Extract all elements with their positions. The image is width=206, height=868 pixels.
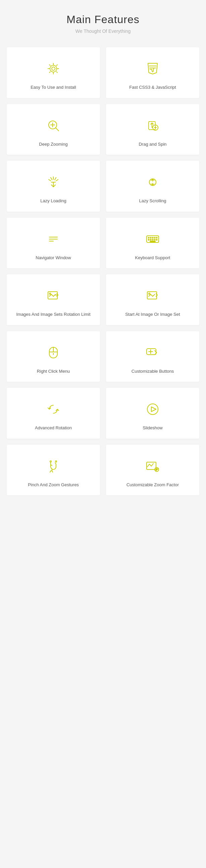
page-title: Main Features: [7, 13, 199, 26]
fast-css3-label: Fast CSS3 & JavaScript: [129, 84, 176, 91]
svg-point-43: [154, 239, 155, 240]
right-click-icon: [44, 343, 63, 362]
advanced-rotation-label: Advanced Rotation: [35, 425, 72, 431]
svg-rect-34: [150, 241, 155, 242]
svg-point-0: [52, 67, 55, 70]
svg-point-54: [147, 404, 158, 414]
customizable-zoom-label: Customizable Zoom Factor: [127, 482, 179, 488]
svg-line-12: [49, 180, 51, 181]
start-at-image-label: Start At Image Or Image Set: [125, 311, 180, 318]
feature-card-drag-spin: Drag and Spin: [106, 104, 199, 155]
svg-marker-55: [151, 407, 156, 411]
svg-point-56: [50, 461, 51, 462]
svg-point-35: [148, 237, 149, 238]
feature-card-keyboard-support: Keyboard Support: [106, 218, 199, 269]
features-grid: Easy To Use and Install Fast CSS3 & Java…: [7, 47, 199, 495]
page-subtitle: We Thought Of Everything: [7, 28, 199, 34]
feature-card-customizable-zoom: Customizable Zoom Factor: [106, 445, 199, 496]
lazy-scrolling-label: Lazy Scrolling: [139, 197, 166, 204]
svg-point-37: [152, 237, 153, 238]
feature-card-advanced-rotation: Advanced Rotation: [7, 388, 100, 439]
feature-card-easy-to-use: Easy To Use and Install: [7, 47, 100, 98]
pinch-zoom-icon: [44, 457, 63, 475]
svg-point-39: [156, 237, 157, 238]
slideshow-icon: [143, 400, 162, 418]
feature-card-deep-zooming: Deep Zooming: [7, 104, 100, 155]
svg-point-42: [152, 239, 153, 240]
svg-point-41: [150, 239, 151, 240]
feature-card-lazy-loading: Lazy Loading: [7, 161, 100, 212]
pinch-zoom-label: Pinch And Zoom Gestures: [28, 482, 79, 488]
svg-point-57: [55, 461, 57, 462]
lazy-loading-icon: [44, 173, 63, 191]
lazy-scrolling-icon: [143, 173, 162, 191]
right-click-label: Right Click Menu: [37, 368, 70, 375]
deep-zooming-label: Deep Zooming: [39, 141, 68, 148]
feature-card-right-click: Right Click Menu: [7, 331, 100, 382]
svg-point-46: [49, 293, 51, 294]
feature-card-lazy-scrolling: Lazy Scrolling: [106, 161, 199, 212]
feature-card-images-rotation: Images And Image Sets Rotation Limit: [7, 274, 100, 325]
easy-to-use-label: Easy To Use and Install: [30, 84, 76, 91]
svg-point-36: [150, 237, 151, 238]
drag-spin-label: Drag and Spin: [138, 141, 166, 148]
feature-card-start-at-image: Start At Image Or Image Set: [106, 274, 199, 325]
advanced-rotation-icon: [44, 400, 63, 418]
images-rotation-icon: [44, 286, 63, 305]
customizable-zoom-icon: [143, 457, 162, 475]
slideshow-label: Slideshow: [143, 425, 162, 431]
page-wrapper: Main Features We Thought Of Everything E…: [0, 0, 206, 516]
start-at-image-icon: [143, 286, 162, 305]
lazy-loading-label: Lazy Loading: [40, 197, 66, 204]
deep-zooming-icon: [44, 116, 63, 135]
svg-point-48: [149, 293, 150, 294]
feature-card-pinch-zoom: Pinch And Zoom Gestures: [7, 445, 100, 496]
navigator-window-label: Navigator Window: [35, 254, 71, 261]
keyboard-support-icon: [143, 230, 162, 248]
feature-card-navigator-window: Navigator Window: [7, 218, 100, 269]
drag-spin-icon: [143, 116, 162, 135]
svg-point-44: [156, 239, 157, 240]
images-rotation-label: Images And Image Sets Rotation Limit: [16, 311, 90, 318]
svg-line-11: [51, 178, 52, 180]
svg-line-3: [56, 128, 59, 131]
svg-line-9: [55, 178, 56, 180]
navigator-window-icon: [44, 230, 63, 248]
svg-point-40: [148, 239, 149, 240]
feature-card-fast-css3: Fast CSS3 & JavaScript: [106, 47, 199, 98]
keyboard-support-label: Keyboard Support: [135, 254, 171, 261]
customizable-buttons-label: Customizable Buttons: [131, 368, 174, 375]
svg-line-10: [56, 180, 58, 181]
easy-to-use-icon: [44, 59, 63, 78]
fast-css3-icon: [143, 59, 162, 78]
customizable-buttons-icon: [143, 343, 162, 362]
feature-card-slideshow: Slideshow: [106, 388, 199, 439]
svg-point-1: [50, 65, 57, 72]
svg-point-38: [154, 237, 155, 238]
feature-card-customizable-buttons: Customizable Buttons: [106, 331, 199, 382]
